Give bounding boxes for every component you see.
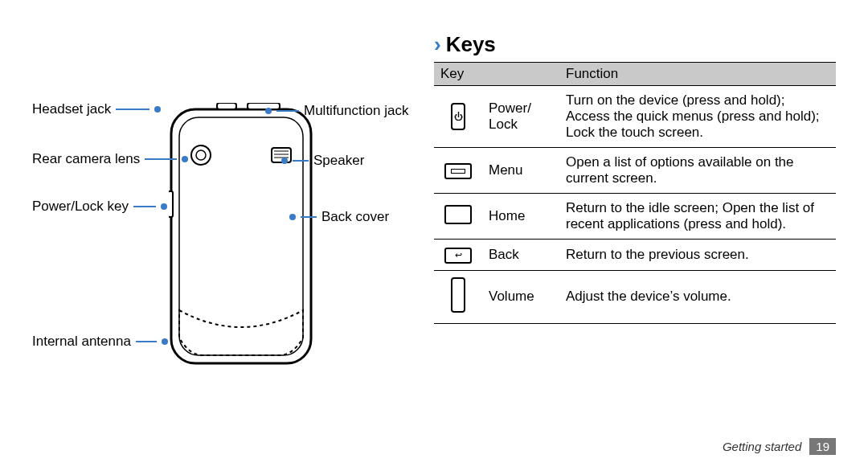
header-function: Function: [559, 63, 836, 86]
key-function: Turn on the device (press and hold); Acc…: [559, 86, 836, 148]
table-header-row: Key Function: [434, 63, 836, 86]
callout-back-cover: Back cover: [289, 209, 389, 225]
key-icon-cell: ⏻: [434, 86, 482, 148]
volume-key-icon: [451, 277, 465, 313]
key-icon-cell: [434, 148, 482, 194]
key-function: Open a list of options available on the …: [559, 148, 836, 194]
callout-line: [301, 216, 317, 218]
callout-dot: [161, 203, 167, 210]
footer-section: Getting started: [723, 440, 801, 453]
callout-line: [133, 206, 156, 207]
section-heading: › Keys: [434, 32, 836, 57]
phone-body: [169, 103, 313, 368]
svg-point-5: [191, 145, 211, 165]
back-key-icon: ↩: [444, 248, 472, 264]
key-icon-cell: [434, 270, 482, 323]
table-row: ⏻ Power/ Lock Turn on the device (press …: [434, 86, 836, 148]
key-function: Return to the idle screen; Open the list…: [559, 194, 836, 240]
callout-dot: [162, 338, 168, 345]
callout-line: [136, 341, 157, 342]
callout-internal-antenna: Internal antenna: [32, 334, 168, 350]
callout-headset-jack: Headset jack: [32, 101, 161, 117]
menu-key-icon: [444, 163, 472, 179]
callout-label: Rear camera lens: [32, 151, 140, 167]
key-icon-cell: [434, 194, 482, 240]
callout-label: Speaker: [313, 153, 364, 169]
callout-dot: [281, 158, 288, 164]
table-row: Volume Adjust the device’s volume.: [434, 270, 836, 323]
callout-line: [276, 110, 299, 112]
callout-power-lock: Power/Lock key: [32, 199, 167, 215]
page-footer: Getting started 19: [723, 438, 836, 455]
callout-dot: [265, 108, 272, 114]
key-name: Home: [482, 194, 559, 240]
callout-line: [145, 158, 177, 160]
callout-multifunction-jack: Multifunction jack: [265, 103, 408, 119]
table-row: Home Return to the idle screen; Open the…: [434, 194, 836, 240]
callout-speaker: Speaker: [281, 153, 364, 169]
key-name: Power/ Lock: [482, 86, 559, 148]
phone-rear-diagram: Headset jack Rear camera lens Power/Lock…: [32, 32, 434, 402]
keys-table: Key Function ⏻ Power/ Lock Turn on the d…: [434, 62, 836, 324]
power-key-icon: ⏻: [451, 103, 465, 130]
table-row: Menu Open a list of options available on…: [434, 148, 836, 194]
callout-label: Power/Lock key: [32, 199, 129, 215]
callout-dot: [182, 156, 188, 162]
page: Headset jack Rear camera lens Power/Lock…: [0, 0, 868, 471]
key-function: Adjust the device’s volume.: [559, 270, 836, 323]
section-title: Keys: [446, 32, 496, 57]
page-number: 19: [809, 438, 836, 455]
key-icon-cell: ↩: [434, 240, 482, 271]
phone-outline: [169, 103, 313, 368]
svg-rect-2: [217, 103, 236, 109]
key-function: Return to the previous screen.: [559, 240, 836, 271]
chevron-icon: ›: [434, 32, 441, 57]
callout-rear-camera: Rear camera lens: [32, 151, 188, 167]
key-name: Back: [482, 240, 559, 271]
callout-label: Back cover: [321, 209, 389, 225]
keys-column: › Keys Key Function ⏻ Power/ Lock Turn o…: [434, 32, 836, 447]
header-key: Key: [434, 63, 559, 86]
key-name: Menu: [482, 148, 559, 194]
callout-label: Multifunction jack: [304, 103, 408, 119]
svg-rect-4: [169, 191, 173, 217]
table-row: ↩ Back Return to the previous screen.: [434, 240, 836, 271]
callout-dot: [154, 106, 161, 113]
callout-label: Internal antenna: [32, 334, 131, 350]
diagram-column: Headset jack Rear camera lens Power/Lock…: [32, 32, 434, 447]
callout-line: [116, 109, 149, 110]
key-name: Volume: [482, 270, 559, 323]
home-key-icon: [444, 205, 472, 224]
callout-label: Headset jack: [32, 101, 111, 117]
callout-line: [293, 160, 309, 162]
callout-dot: [289, 214, 296, 220]
